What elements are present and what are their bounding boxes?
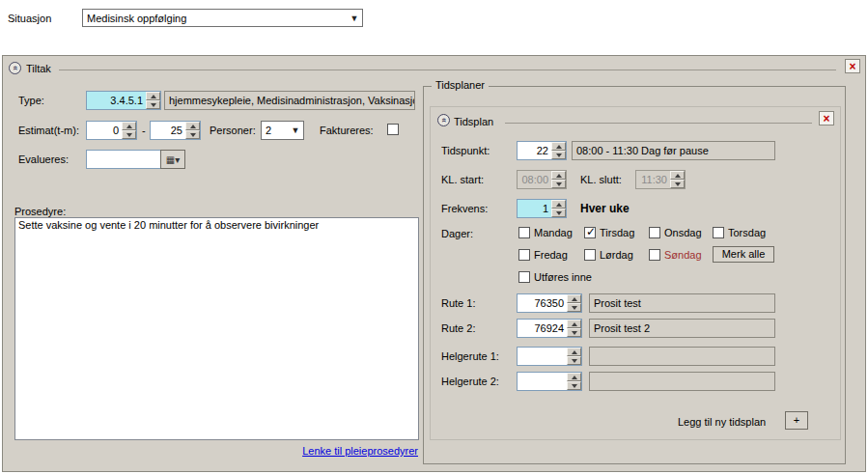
- checkbox-box[interactable]: [518, 227, 530, 238]
- spinner-up-icon[interactable]: [551, 142, 566, 151]
- add-tidsplan-label: Legg til ny tidsplan: [678, 416, 766, 428]
- evalueres-field[interactable]: [86, 150, 161, 169]
- checkbox-box[interactable]: [649, 227, 660, 238]
- checkbox-sondag[interactable]: Søndag: [649, 248, 702, 262]
- prosedyre-text: Sette vaksine og vente i 20 minutter for…: [18, 219, 319, 231]
- spinner-down-icon[interactable]: [567, 328, 581, 337]
- spinner-buttons: [670, 171, 685, 188]
- spinner-up-icon[interactable]: [122, 122, 136, 130]
- checkbox-box[interactable]: [518, 249, 530, 261]
- spinner-down-icon[interactable]: [146, 100, 160, 109]
- tidsplan-title: Tidsplan: [454, 116, 493, 127]
- helgerute1-value: [518, 348, 567, 365]
- rute2-spinner[interactable]: 76924: [517, 319, 582, 338]
- spinner-down-icon[interactable]: [567, 356, 581, 365]
- estimat-label: Estimat(t-m):: [18, 125, 79, 136]
- spinner-down-icon[interactable]: [567, 303, 581, 312]
- rute2-name-field[interactable]: Prosit test 2: [589, 319, 775, 338]
- frekvens-text: Hver uke: [580, 202, 630, 215]
- helgerute2-name-field[interactable]: [589, 372, 775, 391]
- checkbox-box[interactable]: [584, 227, 596, 238]
- tidsplaner-group: Tidsplaner « Tidsplan × Tidspunkt: 22 08…: [423, 86, 846, 464]
- checkbox-onsdag[interactable]: Onsdag: [649, 226, 702, 239]
- spinner-down-icon[interactable]: [185, 130, 200, 139]
- checkbox-box[interactable]: [713, 227, 724, 238]
- checkbox-label: Utføres inne: [534, 271, 592, 283]
- personer-label: Personer:: [210, 125, 256, 136]
- checkbox-utfores-inne[interactable]: Utføres inne: [518, 270, 592, 284]
- prosedyre-textarea[interactable]: Sette vaksine og vente i 20 minutter for…: [14, 217, 419, 440]
- spinner-buttons: [551, 142, 566, 159]
- chevron-down-icon[interactable]: ▼: [347, 14, 362, 23]
- estimat-separator: -: [142, 125, 146, 136]
- tidspunkt-spinner[interactable]: 22: [517, 141, 567, 160]
- spinner-down-icon: [551, 180, 566, 188]
- estimat-to-spinner[interactable]: 25: [150, 121, 201, 140]
- faktureres-checkbox[interactable]: [387, 123, 399, 136]
- spinner-up-icon[interactable]: [567, 320, 581, 328]
- helgerute2-spinner[interactable]: [517, 372, 582, 391]
- kl-start-value: 08:00: [518, 171, 551, 188]
- checkbox-box[interactable]: [387, 124, 399, 135]
- add-tidsplan-button[interactable]: +: [785, 411, 808, 430]
- checkbox-fredag[interactable]: Fredag: [518, 248, 568, 262]
- spinner-up-icon: [670, 171, 685, 180]
- spinner-down-icon[interactable]: [551, 151, 566, 159]
- spinner-down-icon[interactable]: [567, 381, 581, 390]
- tiltak-panel: « Tiltak × Type: 3.4.5.1 hjemmesykepleie…: [2, 55, 866, 472]
- checkbox-label: Onsdag: [664, 227, 702, 238]
- rute2-value: 76924: [518, 320, 567, 337]
- kl-start-spinner: 08:00: [517, 170, 567, 189]
- rute1-name-field[interactable]: Prosit test: [589, 293, 775, 313]
- prosedyre-label: Prosedyre:: [14, 206, 66, 217]
- situasjon-select[interactable]: Medisinsk oppfølging ▼: [82, 9, 363, 27]
- spinner-up-icon[interactable]: [551, 200, 566, 209]
- spinner-up-icon[interactable]: [567, 348, 581, 356]
- frekvens-spinner[interactable]: 1: [517, 199, 567, 218]
- checkbox-torsdag[interactable]: Torsdag: [713, 226, 766, 239]
- close-tiltak-button[interactable]: ×: [845, 59, 860, 73]
- chevron-down-icon[interactable]: ▼: [288, 125, 303, 135]
- collapse-tiltak-icon[interactable]: «: [9, 62, 21, 74]
- type-code-spinner[interactable]: 3.4.5.1: [86, 91, 161, 110]
- helgerute2-label: Helgerute 2:: [441, 376, 499, 387]
- evalueres-datepicker-button[interactable]: ▦▾: [160, 150, 185, 169]
- pleieprosedyrer-link[interactable]: Lenke til pleieprosedyrer: [294, 445, 418, 457]
- spinner-buttons: [567, 373, 581, 390]
- spinner-up-icon[interactable]: [567, 373, 581, 381]
- spinner-up-icon[interactable]: [185, 122, 200, 130]
- checkbox-lordag[interactable]: Lørdag: [584, 248, 633, 262]
- spinner-up-icon[interactable]: [567, 294, 581, 303]
- helgerute1-spinner[interactable]: [517, 347, 582, 366]
- frekvens-value: 1: [518, 200, 551, 217]
- type-description-field[interactable]: hjemmesykepleie, Medisinadministrasjon, …: [164, 91, 415, 110]
- kl-start-label: KL. start:: [441, 174, 484, 185]
- checkbox-label: Lørdag: [600, 249, 633, 261]
- checkbox-label: Søndag: [664, 249, 702, 261]
- checkbox-tirsdag[interactable]: Tirsdag: [584, 226, 634, 239]
- kl-slutt-spinner: 11:30: [635, 170, 686, 189]
- situasjon-value: Medisinsk oppfølging: [83, 13, 347, 24]
- collapse-tidsplan-icon[interactable]: «: [437, 114, 450, 126]
- checkbox-mandag[interactable]: Mandag: [518, 226, 573, 239]
- checkbox-box[interactable]: [584, 249, 596, 261]
- personer-select[interactable]: 2 ▼: [261, 121, 304, 140]
- chevron-down-icon: ▾: [175, 154, 180, 165]
- checkbox-box[interactable]: [649, 249, 660, 261]
- spinner-down-icon[interactable]: [551, 209, 566, 217]
- merk-alle-button[interactable]: Merk alle: [713, 246, 774, 263]
- rute1-spinner[interactable]: 76350: [517, 293, 582, 313]
- frekvens-label: Frekvens:: [441, 203, 488, 214]
- helgerute1-name-field[interactable]: [589, 347, 775, 366]
- spinner-buttons: [567, 320, 581, 337]
- evalueres-label: Evalueres:: [18, 153, 69, 165]
- spinner-up-icon[interactable]: [146, 92, 160, 100]
- estimat-from-spinner[interactable]: 0: [86, 121, 137, 140]
- tidspunkt-value: 22: [518, 142, 551, 159]
- close-tidsplan-button[interactable]: ×: [819, 111, 834, 125]
- tidspunkt-description-field[interactable]: 08:00 - 11:30 Dag før pause: [572, 141, 775, 160]
- spinner-down-icon[interactable]: [122, 130, 136, 139]
- app-window: Situasjon Medisinsk oppfølging ▼ « Tilta…: [0, 0, 868, 474]
- checkbox-box[interactable]: [518, 271, 530, 283]
- helgerute2-value: [518, 373, 567, 390]
